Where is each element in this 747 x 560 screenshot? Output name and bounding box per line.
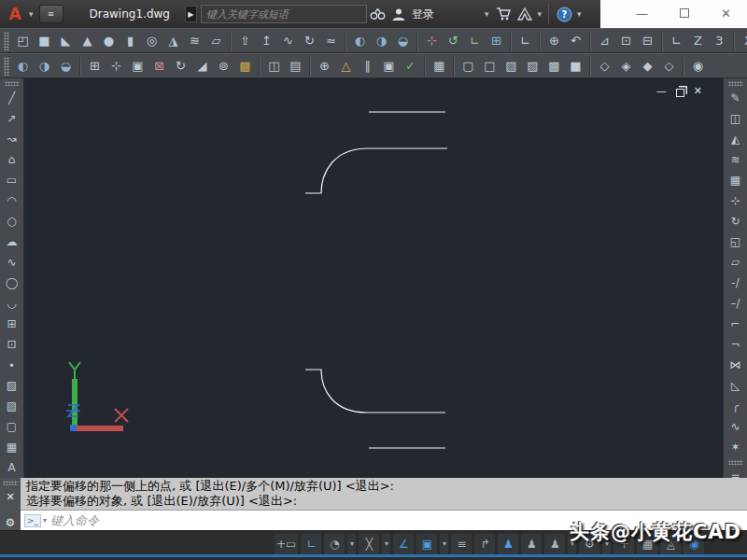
login-button[interactable]: 登录 [412,7,434,22]
polysolid-button[interactable]: ◰ [12,30,34,51]
mtext-button[interactable]: A [2,457,22,478]
break-button[interactable]: ¬ [726,334,746,355]
command-prompt-icon[interactable]: >_ [24,514,41,527]
imprint-button[interactable]: ⊕ [314,55,335,77]
help-dropdown-caret-icon[interactable]: ▾ [575,9,584,19]
autoscale-toggle[interactable]: ♟ [520,533,543,555]
view-ne-isometric-button[interactable]: ◆ [637,55,658,77]
fillet-button[interactable]: ╭ [726,396,746,416]
separate-button[interactable]: ∥ [357,55,378,77]
construction-line-button[interactable]: ↗ [2,108,22,129]
ucs-zaxis-button[interactable]: Z [687,30,709,51]
move-faces-button[interactable]: ⊹ [106,55,127,77]
command-customize-icon[interactable]: ⚙ [6,516,16,529]
taper-faces-button[interactable]: ◢ [191,55,213,77]
ucs-view-button[interactable]: ⊟ [637,30,658,51]
create-camera-button[interactable]: ◉ [687,55,709,77]
toolbar-grip[interactable] [728,460,743,465]
erase-button[interactable]: ✎ [726,88,746,108]
search-input[interactable] [202,8,366,21]
visual-style-realistic-button[interactable]: ▨ [522,55,543,77]
ucs-face-button[interactable]: ⊿ [594,30,615,51]
ucs-origin-grip[interactable] [70,425,77,431]
user-avatar-icon[interactable] [391,7,406,21]
toolbar-grip[interactable] [5,81,20,86]
sphere-button[interactable]: ● [98,30,120,51]
trim-button[interactable]: -/ [726,273,746,293]
offset-faces-button[interactable]: ▣ [127,55,148,77]
command-prompt-caret-icon[interactable]: ▾ [43,516,47,525]
check-button[interactable]: ✓ [400,55,421,77]
command-window-grip[interactable] [3,481,18,485]
stretch-button[interactable]: ▱ [726,252,746,273]
spline-button[interactable]: ∿ [2,252,22,273]
file-tab[interactable]: Drawing1.dwg [90,7,170,21]
lineweight-toggle[interactable]: ≡ [450,533,472,555]
copy-edges-button[interactable]: ◫ [263,55,285,77]
ucs-previous-button[interactable]: ↶ [565,30,586,51]
window-minimize-button[interactable]: — [621,1,663,27]
app-store-cart-icon[interactable] [496,7,512,21]
extend-button[interactable]: –/ [726,293,746,314]
extrude-faces-button[interactable]: ⊞ [84,55,106,77]
toolbar-grip[interactable] [728,81,743,86]
intersect-button[interactable]: ◒ [392,30,414,51]
region-button[interactable]: ▢ [2,416,22,437]
visual-style-2d-wireframe-button[interactable]: ▢ [458,55,479,77]
object-snap-tracking-toggle[interactable]: ∠ [392,533,415,555]
visual-style-shaded-button[interactable]: ■ [565,55,586,77]
hatch-button[interactable]: ▨ [2,375,22,396]
named-views-button[interactable]: ▦ [429,55,450,77]
ucs-3point-button[interactable]: 3 [709,30,730,51]
3d-rotate-button[interactable]: ↺ [443,30,464,51]
copy-faces-button[interactable]: ⊚ [213,55,234,77]
cylinder-button[interactable]: ▮ [120,30,141,51]
rotate-faces-button[interactable]: ↻ [170,55,191,77]
expand-tab-arrow-icon[interactable]: ▶ [185,6,197,22]
break-at-point-button[interactable]: ⌐ [726,314,746,334]
torus-button[interactable]: ◎ [141,30,162,51]
presspull-button[interactable]: ↥ [256,30,277,51]
offset-curve-entity-lower[interactable] [305,370,445,413]
mirror-button[interactable]: ◭ [726,129,746,149]
ucs-button[interactable]: ∟ [514,30,536,51]
isometric-drafting-toggle[interactable]: ╳ [358,533,380,555]
ellipse-arc-button[interactable]: ◡ [2,293,22,314]
window-maximize-button[interactable] [663,1,705,27]
point-button[interactable]: ∙ [2,355,22,375]
view-se-isometric-button[interactable]: ◈ [615,55,637,77]
infer-constraints-toggle[interactable]: +▭ [274,533,299,555]
join-button[interactable]: ⋈ [726,355,746,375]
polar-tracking-toggle[interactable]: ◔ [323,533,345,555]
loft-button[interactable]: ≈ [320,30,342,51]
toolbar-grip[interactable] [4,57,9,76]
cone-button[interactable]: ▲ [77,30,98,51]
view-sw-isometric-button[interactable]: ◇ [594,55,615,77]
clean-button[interactable]: △ [335,55,357,77]
app-menu-caret-icon[interactable]: ▾ [27,9,35,19]
polar-tracking-dropdown[interactable]: ▾ [346,533,357,555]
array-button[interactable]: ▦ [726,170,746,190]
rotate-button[interactable]: ↻ [726,211,746,231]
delete-faces-button[interactable]: ⊠ [148,55,170,77]
circle-button[interactable]: ○ [2,211,22,231]
ellipse-button[interactable]: ◯ [2,273,22,293]
autocad-logo-icon[interactable]: A [3,3,27,25]
rectangle-button[interactable]: ▭ [2,170,22,190]
blend-curves-button[interactable]: ∿ [726,416,746,437]
isometric-drafting-dropdown[interactable]: ▾ [381,533,391,555]
planar-surface-button[interactable]: ▱ [205,30,227,51]
offset-button[interactable]: ≋ [726,149,746,170]
table-button[interactable]: ▦ [2,437,22,457]
ucs-rotate-x-button[interactable]: X [738,30,747,51]
helix-button[interactable]: ≋ [184,30,205,51]
revolve-button[interactable]: ↻ [299,30,320,51]
chamfer-button[interactable]: ◺ [726,375,746,396]
command-window-close-button[interactable]: ✕ [6,491,14,503]
toolbar-grip[interactable] [4,32,9,50]
arc-button[interactable]: ◠ [2,190,22,211]
offset-curve-entity-upper[interactable] [305,148,447,193]
revision-cloud-button[interactable]: ☁ [2,231,22,252]
polyline-button[interactable]: ↝ [2,129,22,149]
wedge-button[interactable]: ◣ [55,30,77,51]
